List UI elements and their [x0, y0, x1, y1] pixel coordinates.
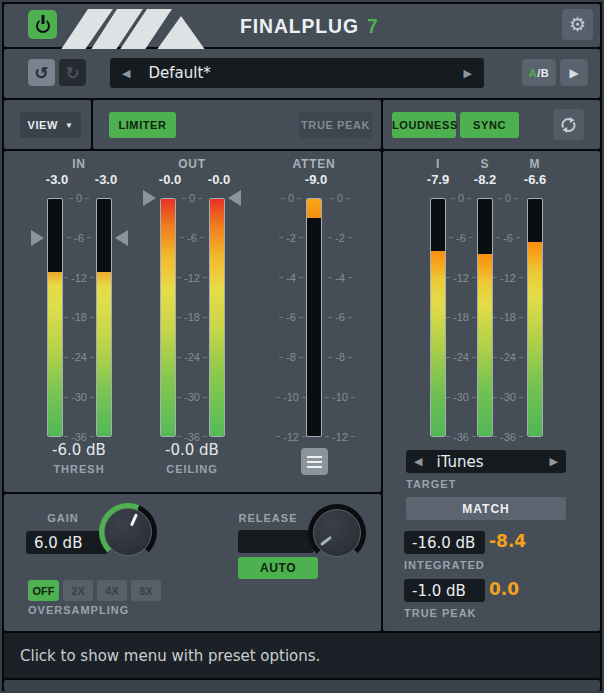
atten-scale-left: 0 -2 -4 -6 -8 -10 -12	[274, 192, 308, 443]
settings-button[interactable]: ⚙	[562, 9, 593, 40]
short-term-meter-value: -8.2	[465, 172, 505, 187]
limiter-section: LIMITER TRUE PEAK	[93, 100, 381, 149]
in-right-meter-fill	[97, 272, 111, 436]
ceiling-marker-right[interactable]	[228, 190, 241, 206]
loudness-toggle[interactable]: LOUDNESS	[392, 112, 456, 138]
scale-label: -18	[177, 311, 207, 323]
out-meter-label: OUT	[162, 157, 222, 171]
threshold-marker-right[interactable]	[115, 230, 128, 246]
in-meter-label: IN	[49, 157, 109, 171]
momentary-meter	[527, 198, 543, 437]
scale-label: -12	[64, 272, 94, 284]
integrated-target-field[interactable]: -16.0 dB	[404, 531, 485, 554]
release-field[interactable]	[238, 530, 314, 553]
threshold-label: THRESH	[39, 463, 119, 475]
meter-menu-button[interactable]	[301, 448, 328, 475]
undo-button[interactable]: ↺	[28, 59, 55, 86]
preset-selector[interactable]: ◀ Default* ▶	[110, 58, 484, 88]
in-right-peak-value: -3.0	[86, 172, 126, 187]
limiter-toggle[interactable]: LIMITER	[109, 112, 176, 138]
loudness-section: LOUDNESS SYNC	[383, 100, 600, 149]
auto-release-toggle[interactable]: AUTO	[238, 557, 318, 579]
view-section: VIEW ▼	[4, 100, 91, 149]
plugin-title-text: FINALPLUG	[240, 14, 359, 38]
true-peak-target-field[interactable]: -1.0 dB	[404, 579, 485, 602]
ceiling-readout[interactable]: -0.0 dB	[152, 441, 232, 459]
gear-icon: ⚙	[569, 15, 586, 34]
scale-label: -24	[64, 351, 94, 363]
scale-label: -12	[325, 431, 355, 443]
preset-next-icon[interactable]: ▶	[464, 67, 472, 80]
threshold-readout[interactable]: -6.0 dB	[39, 441, 119, 459]
scale-label: 0	[330, 192, 350, 204]
integrated-meter-fill	[431, 251, 445, 436]
scale-label: -24	[177, 351, 207, 363]
scale-label: -10	[276, 391, 306, 403]
in-left-meter-fill	[48, 272, 62, 436]
target-next-icon[interactable]: ▶	[550, 455, 558, 468]
scale-label: -18	[64, 311, 94, 323]
view-dropdown[interactable]: VIEW ▼	[20, 112, 81, 138]
redo-icon: ↻	[65, 63, 79, 83]
gain-field[interactable]: 6.0 dB	[26, 531, 108, 554]
target-selector[interactable]: ◀ iTunes ▶	[406, 450, 566, 473]
scale-label: 0	[451, 192, 471, 204]
momentary-meter-label: M	[505, 157, 565, 171]
out-meter-scale: 0 -6 -12 -18 -24 -30 -36	[175, 192, 209, 443]
scale-label: -6	[279, 311, 303, 323]
out-left-peak-value: -0.0	[150, 172, 190, 187]
match-button[interactable]: MATCH	[406, 497, 566, 520]
ceiling-marker-left[interactable]	[143, 190, 156, 206]
target-value: iTunes	[436, 453, 483, 471]
true-peak-live-value: 0.0	[489, 579, 551, 599]
gain-knob[interactable]	[99, 503, 157, 561]
redo-button[interactable]: ↻	[59, 59, 86, 86]
oversampling-2x-button[interactable]: 2X	[63, 580, 93, 601]
ab-label-b: /B	[537, 67, 549, 79]
scale-label: -36	[493, 431, 523, 443]
oversampling-8x-button[interactable]: 8X	[131, 580, 161, 601]
scale-label: -6	[496, 232, 520, 244]
oversampling-4x-button[interactable]: 4X	[97, 580, 127, 601]
momentary-meter-fill	[528, 242, 542, 436]
scale-label: -24	[493, 351, 523, 363]
threshold-marker-left[interactable]	[31, 230, 44, 246]
wave-arts-logo	[60, 7, 220, 51]
view-label: VIEW	[27, 119, 58, 131]
power-button[interactable]	[28, 10, 57, 39]
scale-label: -30	[64, 391, 94, 403]
plugin-window: FINALPLUG 7 ⚙ ↺ ↻ ◀ Default* ▶ A/B ▶ VIE…	[0, 0, 604, 693]
scale-label: -6	[328, 311, 352, 323]
true-peak-toggle[interactable]: TRUE PEAK	[299, 112, 372, 138]
scale-label: 0	[498, 192, 518, 204]
scale-label: 0	[182, 192, 202, 204]
scale-label: -30	[446, 391, 476, 403]
release-label: RELEASE	[233, 512, 303, 524]
scale-label: -30	[177, 391, 207, 403]
atten-meter-fill	[307, 199, 321, 218]
ab-label-a: A	[529, 67, 537, 79]
scale-label: -2	[279, 232, 303, 244]
out-right-peak-value: -0.0	[199, 172, 239, 187]
ab-compare-button[interactable]: A/B	[522, 59, 556, 86]
oversampling-off-button[interactable]: OFF	[28, 580, 59, 601]
play-button[interactable]: ▶	[560, 59, 588, 86]
preset-prev-icon[interactable]: ◀	[122, 67, 130, 80]
dynamics-panel: GAIN 6.0 dB RELEASE AUTO OFF 2X 4X 8X OV…	[4, 494, 381, 631]
in-meter-scale: 0 -6 -12 -18 -24 -30 -36	[62, 192, 96, 443]
sync-toggle[interactable]: SYNC	[460, 112, 519, 138]
meter-panel: IN OUT ATTEN -3.0 -3.0 -0.0 -0.0 -9.0 0 …	[4, 151, 381, 492]
scale-label: -10	[325, 391, 355, 403]
true-peak-label: TRUE PEAK	[404, 607, 477, 619]
release-knob[interactable]	[308, 504, 366, 562]
out-right-meter	[209, 198, 225, 437]
target-prev-icon[interactable]: ◀	[414, 455, 422, 468]
momentary-meter-value: -6.6	[515, 172, 555, 187]
play-icon: ▶	[569, 66, 578, 80]
refresh-button[interactable]	[553, 109, 584, 140]
atten-meter	[306, 198, 322, 437]
chevron-down-icon: ▼	[65, 121, 74, 130]
plugin-title: FINALPLUG 7	[240, 4, 379, 47]
in-right-meter	[96, 198, 112, 437]
target-label: TARGET	[406, 478, 456, 490]
